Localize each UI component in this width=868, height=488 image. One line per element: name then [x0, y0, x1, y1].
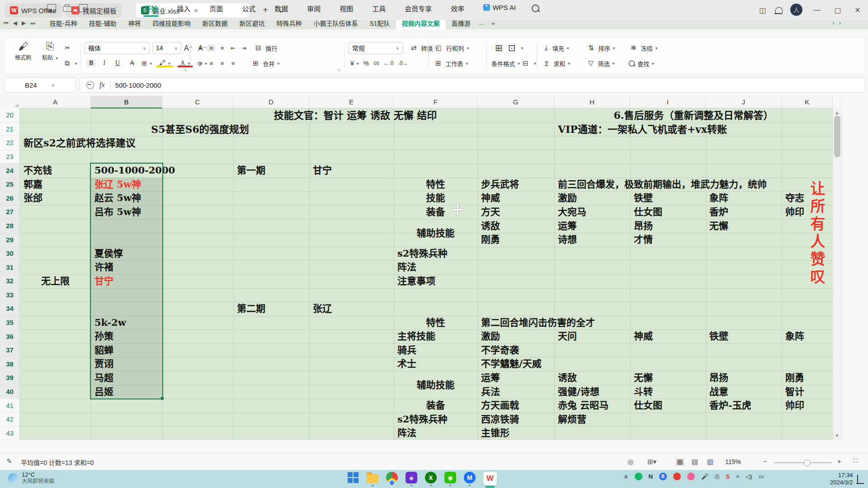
align-group-expander-icon[interactable]: ↘ [337, 67, 340, 72]
thousands-separator-button[interactable]: 00 [373, 61, 379, 66]
sort-button[interactable]: ⇅ 排序▾ [585, 42, 615, 54]
cell-G38[interactable]: 不学魑魅/天威 [477, 357, 833, 371]
menu-tab-插入[interactable]: 插入 [177, 4, 190, 16]
cell-A22[interactable]: 新区s2之前武将选择建议 [20, 136, 833, 150]
cell-F35[interactable]: 特性 [394, 316, 477, 330]
table-style-icon[interactable]: ⊟ [523, 59, 528, 67]
minimize-button[interactable]: — [810, 4, 824, 16]
menu-tab-视图[interactable]: 视图 [340, 4, 353, 16]
cell-F41[interactable]: 装备 [394, 399, 477, 413]
cond-format-button[interactable]: 条件格式▾ ⊟▾ [490, 57, 536, 69]
merge-center-icon[interactable]: ⊞ [495, 42, 503, 53]
volume-icon[interactable]: ◁) [745, 473, 752, 480]
cell-G43[interactable]: 主锥形 [477, 426, 833, 440]
cell-K41[interactable]: 帅印 [782, 399, 833, 413]
taskbar-bell-icon[interactable] [857, 475, 858, 483]
weather-widget[interactable]: 12°C 大风即将来临 [8, 471, 54, 484]
row-header-26[interactable]: 26 [0, 191, 20, 205]
wps-taskbar-icon[interactable]: W [483, 472, 497, 485]
print-icon[interactable] [63, 6, 72, 12]
align-bottom-icon[interactable]: ≡ [218, 45, 226, 52]
menu-tab-效率[interactable]: 效率 [451, 4, 464, 16]
copy-button[interactable]: ⧉▾ [62, 57, 77, 69]
smart-fill-icon[interactable] [86, 81, 94, 89]
menu-tab-页面[interactable]: 页面 [209, 4, 223, 16]
bold-button[interactable]: B [86, 59, 96, 67]
justify-icon[interactable]: ≡ [229, 60, 237, 67]
app-tab-gaoding[interactable]: ❧ 找稿定模板 [66, 3, 122, 18]
row-header-34[interactable]: 34 [0, 302, 20, 316]
cell-A32[interactable]: 无上限 [20, 274, 91, 288]
selection-fill-handle[interactable] [160, 396, 164, 400]
scroll-tabs-left-icon[interactable]: ‹ [833, 20, 835, 26]
cell-D20[interactable]: 技能文官：智计 运筹 诱敌 无懈 结印 [233, 108, 477, 122]
tray-app-s-icon[interactable]: S [726, 473, 730, 480]
app-icon-blue-m[interactable]: M [464, 472, 476, 483]
scroll-down-icon[interactable]: ▼ [835, 433, 840, 438]
menu-tab-审阅[interactable]: 审阅 [307, 4, 321, 16]
column-header-A[interactable]: A [20, 96, 91, 108]
zoom-slider[interactable] [774, 462, 832, 463]
page-break-view-button[interactable]: ▥ [707, 458, 713, 466]
grid-options-icon[interactable]: ⊞▾ [647, 458, 656, 466]
notifications-bell-icon[interactable] [772, 4, 786, 16]
italic-button[interactable]: I [100, 59, 108, 67]
menu-tab-WPS AI[interactable]: WPS AI [483, 4, 516, 16]
row-header-41[interactable]: 41 [0, 399, 20, 413]
column-header-H[interactable]: H [554, 96, 630, 108]
table-style-chevron[interactable]: ▾ [534, 61, 536, 66]
cell-H42[interactable]: 解烦营 [554, 413, 833, 427]
cell-F26[interactable]: 技能 [394, 191, 477, 205]
macro-record-icon[interactable]: ◎ [627, 458, 633, 466]
font-group-expander-icon[interactable]: ↘ [183, 67, 187, 72]
select-all-corner[interactable] [0, 96, 20, 109]
cell-F31[interactable]: 阵法 [394, 260, 833, 274]
printer-icon[interactable]: ⎙ [715, 473, 719, 480]
fullscreen-icon[interactable]: ⛶ [854, 457, 858, 465]
row-header-35[interactable]: 35 [0, 316, 20, 330]
font-size-select[interactable]: 14∨ [152, 42, 181, 54]
row-header-43[interactable]: 43 [0, 426, 20, 440]
paste-button[interactable]: ⎘ 粘贴▾ [42, 41, 58, 61]
cell-B21[interactable]: S5甚至S6的强度规划 [91, 122, 309, 136]
align-top-icon[interactable]: ≡ [196, 45, 204, 52]
cell-E24[interactable]: 甘宁 [309, 164, 833, 178]
strikethrough-button[interactable]: A [127, 59, 137, 67]
row-header-23[interactable]: 23 [0, 150, 20, 164]
column-header-F[interactable]: F [394, 96, 477, 108]
align-right-icon[interactable]: ≡ [218, 60, 226, 67]
column-header-B[interactable]: B [91, 96, 162, 108]
bluetooth-icon[interactable]: B [659, 473, 667, 480]
maximize-button[interactable]: ▢ [831, 4, 844, 16]
font-name-select[interactable]: 楷体∨ [85, 42, 150, 54]
row-header-29[interactable]: 29 [0, 233, 20, 247]
highlight-color-button[interactable]: 🖍▾ [156, 59, 173, 67]
sheet-area[interactable]: 技能文官：智计 运筹 诱敌 无懈 结印6.售后服务（重新调整及日常解答）S5甚至… [20, 108, 833, 440]
column-header-J[interactable]: J [706, 96, 782, 108]
tray-app-red-icon[interactable] [673, 473, 681, 480]
freeze-button[interactable]: ❄ 冻结▾ [628, 42, 658, 54]
column-header-E[interactable]: E [309, 96, 394, 108]
cell-F32[interactable]: 注意事项 [394, 274, 833, 288]
search-icon[interactable] [532, 5, 539, 12]
row-header-42[interactable]: 42 [0, 413, 20, 427]
more-sheets-icon[interactable]: … [479, 20, 485, 26]
wrap-text-button[interactable]: ⊟ 换行 [253, 44, 278, 52]
cell-E34[interactable]: 张辽 [309, 302, 833, 316]
cell-K40[interactable]: 智计 [782, 385, 833, 399]
currency-format-button[interactable]: ¥▾ [350, 60, 359, 67]
next-sheet-icon[interactable]: ▶ [22, 20, 26, 26]
borders-button[interactable]: ⊞▾ [142, 60, 152, 67]
cell-K36[interactable]: 象阵 [782, 329, 833, 343]
print-preview-icon[interactable] [79, 4, 88, 12]
align-middle-icon[interactable]: ≡ [207, 45, 215, 52]
start-button[interactable] [347, 472, 359, 483]
find-button[interactable]: 查找▾ [628, 57, 654, 69]
cell-F30[interactable]: s2特殊兵种 [394, 247, 833, 261]
worksheet-button[interactable]: ⊞ 工作表▾ [433, 57, 468, 69]
last-sheet-icon[interactable]: ⏭ [30, 20, 35, 26]
scrollbar-thumb[interactable] [834, 116, 840, 157]
cell-K39[interactable]: 刚勇 [782, 371, 833, 385]
row-header-39[interactable]: 39 [0, 371, 20, 385]
fx-icon[interactable]: fx [99, 81, 105, 89]
